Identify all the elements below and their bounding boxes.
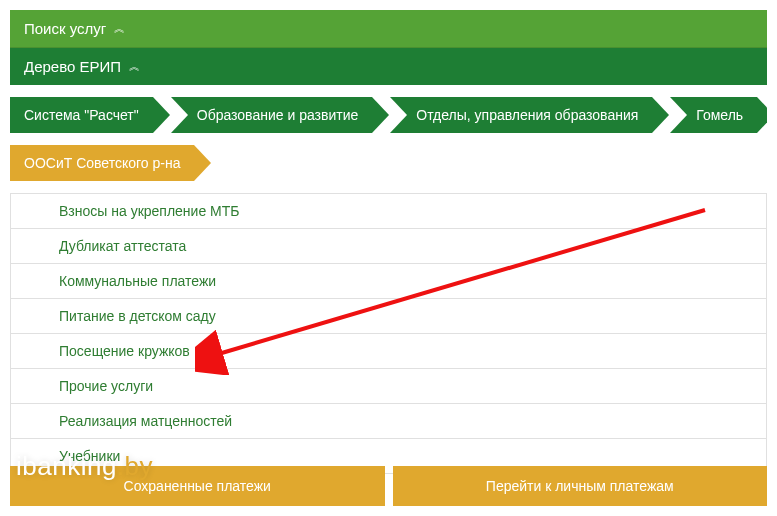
list-item-label: Взносы на укрепление МТБ: [59, 203, 240, 219]
list-item[interactable]: Прочие услуги: [11, 369, 766, 404]
button-label: Перейти к личным платежам: [486, 478, 674, 494]
breadcrumb-label: Система "Расчет": [24, 107, 139, 123]
watermark-text: ibanking: [16, 451, 117, 481]
search-services-label: Поиск услуг: [24, 20, 106, 37]
erip-tree-header[interactable]: Дерево ЕРИП ︽: [10, 48, 767, 85]
breadcrumb-label: Образование и развитие: [197, 107, 359, 123]
erip-tree-label: Дерево ЕРИП: [24, 58, 121, 75]
breadcrumb-item[interactable]: Отделы, управления образования: [390, 97, 652, 133]
list-item-label: Прочие услуги: [59, 378, 153, 394]
breadcrumb-item[interactable]: Гомель: [670, 97, 757, 133]
list-item[interactable]: Дубликат аттестата: [11, 229, 766, 264]
chevron-up-icon: ︽: [114, 21, 125, 36]
breadcrumb-item[interactable]: Система "Расчет": [10, 97, 153, 133]
service-list: Взносы на укрепление МТБ Дубликат аттест…: [10, 193, 767, 474]
personal-payments-button[interactable]: Перейти к личным платежам: [393, 466, 768, 506]
chevron-up-icon: ︽: [129, 59, 140, 74]
list-item[interactable]: Взносы на укрепление МТБ: [11, 194, 766, 229]
list-item-label: Реализация матценностей: [59, 413, 232, 429]
watermark-suffix: .by: [117, 451, 153, 481]
list-item-label: Коммунальные платежи: [59, 273, 216, 289]
breadcrumb-label: Отделы, управления образования: [416, 107, 638, 123]
breadcrumb-current: ООСиТ Советского р-на: [10, 145, 194, 181]
breadcrumb-item[interactable]: Образование и развитие: [171, 97, 373, 133]
list-item-label: Питание в детском саду: [59, 308, 216, 324]
list-item[interactable]: Коммунальные платежи: [11, 264, 766, 299]
watermark: ibanking.by: [16, 451, 153, 482]
list-item[interactable]: Посещение кружков: [11, 334, 766, 369]
breadcrumb-label: Гомель: [696, 107, 743, 123]
breadcrumb: Система "Расчет" Образование и развитие …: [10, 97, 767, 133]
list-item-label: Посещение кружков: [59, 343, 190, 359]
list-item[interactable]: Реализация матценностей: [11, 404, 766, 439]
search-services-header[interactable]: Поиск услуг ︽: [10, 10, 767, 48]
breadcrumb-current-label: ООСиТ Советского р-на: [24, 155, 180, 171]
list-item-label: Дубликат аттестата: [59, 238, 186, 254]
list-item[interactable]: Питание в детском саду: [11, 299, 766, 334]
